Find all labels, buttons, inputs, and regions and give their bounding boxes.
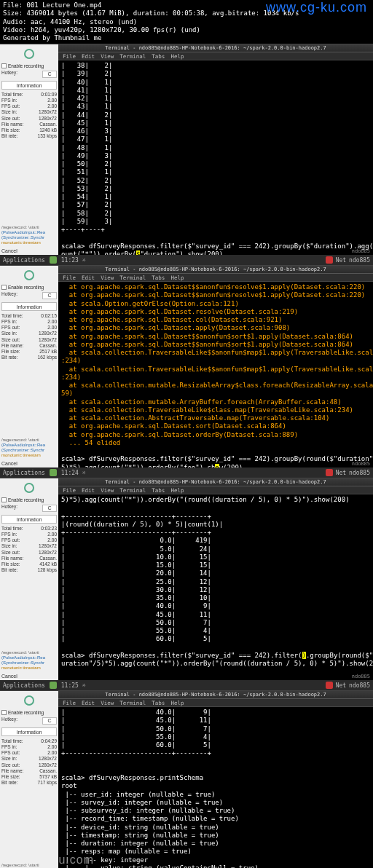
menu-edit[interactable]: Edit <box>82 487 95 494</box>
taskbar-4[interactable]: Applications11:25 ☼ Netndo885 <box>0 680 373 690</box>
taskbar-2[interactable]: Applications11:23 ☼ Netndo885 <box>0 255 373 265</box>
enable-recording-checkbox[interactable]: Enable recording <box>1 285 57 290</box>
terminal-menu[interactable]: FileEditViewTerminalTabsHelp <box>58 52 373 60</box>
menu-help[interactable]: Help <box>170 700 184 706</box>
file-generator-line: Generated by Thumbnail me <box>3 34 370 42</box>
terminal-title: Terminal - ndo885@ndo885-HP-Notebook-6-2… <box>58 44 373 52</box>
menu-tabs[interactable]: Tabs <box>152 53 165 60</box>
menu-view[interactable]: View <box>101 53 114 60</box>
menu-file[interactable]: File <box>63 275 76 281</box>
menu-terminal[interactable]: Terminal <box>119 275 146 281</box>
menu-file[interactable]: File <box>63 53 76 60</box>
globe-icon <box>24 270 34 280</box>
thumbnail-1: Enable recording Hotkey:C Information To… <box>0 44 373 255</box>
recorder-sidepanel: Enable recording Hotkey:C Information To… <box>0 266 58 467</box>
applications-menu[interactable]: Applications <box>3 682 45 689</box>
terminal-window[interactable]: Terminal - ndo885@ndo885-HP-Notebook-6-2… <box>58 44 373 255</box>
menu-terminal[interactable]: Terminal <box>119 700 146 706</box>
taskbar-3[interactable]: Applications11:24 ☼ Netndo885 <box>0 467 373 478</box>
menu-help[interactable]: Help <box>170 53 184 60</box>
hotkey-label: Hotkey: <box>1 70 17 79</box>
menu-tabs[interactable]: Tabs <box>152 275 165 281</box>
cancel-button[interactable]: Cancel <box>1 674 57 679</box>
net-label: Net <box>336 257 346 264</box>
thumbnail-4: Enable recording Hotkey:C Information To… <box>0 690 373 868</box>
thumbnail-2: Enable recording Hotkey:C Information To… <box>0 265 373 467</box>
taskbar-clock: 11:23 ☼ <box>61 257 86 264</box>
watermark-top: www.cg-ku.com <box>266 0 367 15</box>
taskbar-clock: 11:24 ☼ <box>61 470 86 476</box>
menu-view[interactable]: View <box>101 487 114 494</box>
taskbar-clock: 11:25 ☼ <box>61 682 86 689</box>
globe-icon <box>24 49 34 59</box>
menu-tabs[interactable]: Tabs <box>152 487 165 494</box>
menu-edit[interactable]: Edit <box>82 700 95 706</box>
recorder-sidepanel: Enable recording Hotkey:C Information To… <box>0 44 58 255</box>
information-header: Information <box>1 81 57 90</box>
app-icon[interactable] <box>50 469 57 476</box>
menu-help[interactable]: Help <box>170 275 184 281</box>
enable-recording-checkbox[interactable]: Enable recording <box>1 63 57 68</box>
cancel-button[interactable]: Cancel <box>1 248 57 253</box>
net-icon[interactable] <box>326 256 333 264</box>
menu-help[interactable]: Help <box>170 487 184 494</box>
menu-file[interactable]: File <box>63 487 76 494</box>
applications-menu[interactable]: Applications <box>3 470 45 476</box>
menu-edit[interactable]: Edit <box>82 53 95 60</box>
user-suffix: ndo885 <box>352 248 370 254</box>
cancel-button[interactable]: Cancel <box>1 461 57 466</box>
menu-tabs[interactable]: Tabs <box>152 700 165 706</box>
terminal-window[interactable]: Terminal - ndo885@ndo885-HP-Notebook-6-2… <box>58 691 373 868</box>
enable-recording-checkbox[interactable]: Enable recording <box>1 497 57 502</box>
applications-menu[interactable]: Applications <box>3 257 45 264</box>
menu-terminal[interactable]: Terminal <box>119 53 146 60</box>
menu-terminal[interactable]: Terminal <box>119 487 146 494</box>
app-icon[interactable] <box>50 682 57 689</box>
app-icon[interactable] <box>50 256 57 264</box>
hotkey-value: C <box>42 71 57 78</box>
file-audio-line: Audio: aac, 44100 Hz, stereo (und) <box>3 18 370 26</box>
terminal-body[interactable]: | 38| 2| | 39| 2| | 40| 1| | 41| 1| | 42… <box>58 60 373 255</box>
file-video-line: Video: h264, yuv420p, 1280x720, 30.00 fp… <box>3 26 370 34</box>
menu-edit[interactable]: Edit <box>82 275 95 281</box>
menu-file[interactable]: File <box>63 700 76 706</box>
thumbnail-3: Enable recording Hotkey:C Information To… <box>0 478 373 680</box>
user-label[interactable]: ndo885 <box>349 257 370 264</box>
enable-recording-checkbox[interactable]: Enable recording <box>1 710 57 715</box>
menu-view[interactable]: View <box>101 275 114 281</box>
terminal-window[interactable]: Terminal - ndo885@ndo885-HP-Notebook-6-2… <box>58 478 373 680</box>
terminal-window[interactable]: Terminal - ndo885@ndo885-HP-Notebook-6-2… <box>58 266 373 467</box>
menu-view[interactable]: View <box>101 700 114 706</box>
